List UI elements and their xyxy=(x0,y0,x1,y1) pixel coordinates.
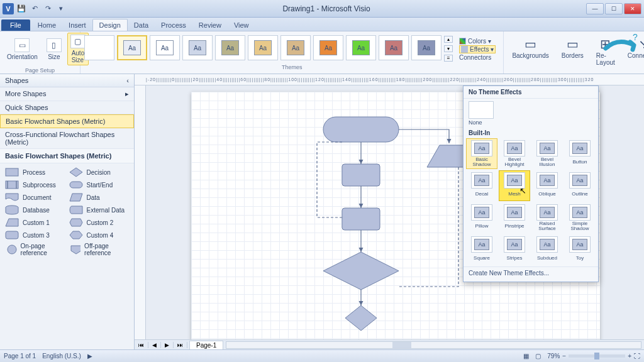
effect-bevel-highlight[interactable]: AaBevel Highlight xyxy=(499,138,530,169)
tab-view[interactable]: View xyxy=(228,19,255,31)
theme-swatch[interactable]: Aa xyxy=(313,35,343,60)
stencil-basic-flowchart[interactable]: Basic Flowchart Shapes (Metric) xyxy=(0,114,134,128)
file-tab[interactable]: File xyxy=(1,19,30,31)
theme-swatch[interactable]: Aa xyxy=(150,35,180,60)
shape-data[interactable]: Data xyxy=(69,192,130,202)
sheet-nav-prev[interactable]: ◀ xyxy=(148,342,161,348)
shape-offpage-ref[interactable]: Off-page reference xyxy=(69,243,130,256)
close-button[interactable]: ✕ xyxy=(624,3,641,14)
effect-none-label: None xyxy=(464,119,598,128)
gallery-scroll-down[interactable]: ▾ xyxy=(444,45,453,52)
tab-review[interactable]: Review xyxy=(192,19,228,31)
themes-group-label: Themes xyxy=(80,63,503,72)
backgrounds-button[interactable]: ▭Backgrounds xyxy=(509,35,552,61)
theme-swatch[interactable]: Aa xyxy=(248,35,278,60)
effect-decal[interactable]: AaDecal xyxy=(466,170,497,201)
effect-raised-surface[interactable]: AaRaised Surface xyxy=(531,202,563,233)
create-theme-effects[interactable]: Create New Theme Effects... xyxy=(464,266,598,279)
orientation-icon: ▭ xyxy=(14,38,30,52)
effects-dropdown[interactable]: Effects ▾ xyxy=(459,45,496,53)
quick-shapes[interactable]: Quick Shapes xyxy=(0,101,134,114)
orientation-button[interactable]: ▭Orientation xyxy=(4,36,41,62)
tab-home[interactable]: Home xyxy=(31,19,62,31)
shape-custom2[interactable]: Custom 2 xyxy=(69,217,130,228)
theme-swatch[interactable]: Aa xyxy=(117,35,147,60)
undo-icon[interactable]: ↶ xyxy=(29,3,40,14)
sheet-nav-first[interactable]: ⏮ xyxy=(135,342,148,348)
svg-rect-1 xyxy=(6,168,18,176)
maximize-button[interactable]: ☐ xyxy=(605,3,623,14)
language-indicator[interactable]: English (U.S.) xyxy=(42,353,81,359)
tab-process[interactable]: Process xyxy=(155,19,192,31)
zoom-thumb[interactable] xyxy=(594,353,599,359)
theme-swatch[interactable]: Aa xyxy=(215,35,245,60)
theme-swatch[interactable]: Aa xyxy=(379,35,409,60)
sheet-nav-last[interactable]: ⏭ xyxy=(174,342,187,348)
effect-subdued[interactable]: AaSubdued xyxy=(531,234,563,265)
hscroll-thumb[interactable] xyxy=(392,342,411,348)
save-icon[interactable]: 💾 xyxy=(16,3,27,14)
tab-data[interactable]: Data xyxy=(128,19,155,31)
gallery-scroll-up[interactable]: ▴ xyxy=(444,36,453,43)
effects-dropdown-panel: No Theme Effects None Built-In AaBasic S… xyxy=(463,85,599,282)
shape-subprocess[interactable]: Subprocess xyxy=(5,180,65,190)
theme-swatch[interactable]: Aa xyxy=(346,35,376,60)
effect-mesh[interactable]: AaMesh↖ xyxy=(499,170,530,201)
stencil-cross-functional[interactable]: Cross-Functional Flowchart Shapes (Metri… xyxy=(0,128,134,149)
colors-dropdown[interactable]: Colors ▾ xyxy=(459,38,491,45)
zoom-out-button[interactable]: − xyxy=(562,353,566,359)
effect-pillow[interactable]: AaPillow xyxy=(466,202,497,233)
shape-custom3[interactable]: Custom 3 xyxy=(5,230,65,240)
effect-outline[interactable]: AaOutline xyxy=(564,170,596,201)
effect-oblique[interactable]: AaOblique xyxy=(531,170,563,201)
visio-logo-icon[interactable]: V xyxy=(3,3,14,14)
zoom-slider[interactable] xyxy=(569,354,625,358)
theme-swatch[interactable] xyxy=(84,35,114,60)
shape-external-data[interactable]: External Data xyxy=(69,205,130,215)
qat-dropdown-icon[interactable]: ▾ xyxy=(55,3,67,14)
shape-custom4[interactable]: Custom 4 xyxy=(69,230,130,240)
shape-process[interactable]: Process xyxy=(5,167,65,177)
effect-none-thumb[interactable] xyxy=(469,101,494,119)
view-normal-icon[interactable]: ▦ xyxy=(523,353,529,359)
tab-design[interactable]: Design xyxy=(92,19,128,31)
effect-pinstripe[interactable]: AaPinstripe xyxy=(499,202,530,233)
minimize-button[interactable]: — xyxy=(586,3,604,14)
shape-database[interactable]: Database xyxy=(5,205,65,215)
effect-basic-shadow[interactable]: AaBasic Shadow xyxy=(466,138,497,169)
effect-toy[interactable]: AaToy xyxy=(564,234,596,265)
shape-onpage-ref[interactable]: On-page reference xyxy=(5,243,65,256)
effect-stripes[interactable]: AaStripes xyxy=(499,234,530,265)
shapes-collapse-icon[interactable]: ‹ xyxy=(126,77,129,84)
stencil-title: Basic Flowchart Shapes (Metric) xyxy=(0,149,134,163)
macro-icon[interactable]: ▶ xyxy=(87,353,92,359)
effect-bevel-illusion[interactable]: AaBevel Illusion xyxy=(531,138,563,169)
theme-swatch[interactable]: Aa xyxy=(280,35,311,60)
borders-button[interactable]: ▭Borders xyxy=(558,35,587,61)
svg-marker-23 xyxy=(345,305,377,331)
connectors-dropdown[interactable]: Connectors xyxy=(459,54,491,61)
zoom-level[interactable]: 79% xyxy=(547,353,560,359)
drawing-canvas[interactable]: No Theme Effects None Built-In AaBasic S… xyxy=(135,85,644,339)
hscrollbar[interactable] xyxy=(226,341,641,349)
gallery-more[interactable]: ≡ xyxy=(444,55,453,62)
shape-startend[interactable]: Start/End xyxy=(69,180,130,190)
shape-document[interactable]: Document xyxy=(5,192,65,202)
page-tab[interactable]: Page-1 xyxy=(189,341,223,349)
effect-simple-shadow[interactable]: AaSimple Shadow xyxy=(564,202,596,233)
view-fullscreen-icon[interactable]: ▢ xyxy=(535,353,541,359)
theme-swatch[interactable]: Aa xyxy=(182,35,213,60)
redo-icon[interactable]: ↷ xyxy=(42,3,53,14)
shape-decision[interactable]: Decision xyxy=(69,167,130,177)
effect-button[interactable]: AaButton xyxy=(564,138,596,169)
sheet-nav-next[interactable]: ▶ xyxy=(161,342,174,348)
shape-custom1[interactable]: Custom 1 xyxy=(5,217,65,228)
theme-gallery[interactable]: Aa Aa Aa Aa Aa Aa Aa Aa Aa Aa ▴ ▾ ≡ Colo… xyxy=(80,31,503,63)
fit-page-icon[interactable]: ⛶ xyxy=(634,353,640,359)
tab-insert[interactable]: Insert xyxy=(62,19,92,31)
more-shapes[interactable]: More Shapes▸ xyxy=(0,87,134,101)
size-button[interactable]: ▯Size xyxy=(43,36,65,62)
theme-swatch[interactable]: Aa xyxy=(411,35,441,60)
zoom-in-button[interactable]: + xyxy=(628,353,631,359)
effect-square[interactable]: AaSquare xyxy=(466,234,497,265)
